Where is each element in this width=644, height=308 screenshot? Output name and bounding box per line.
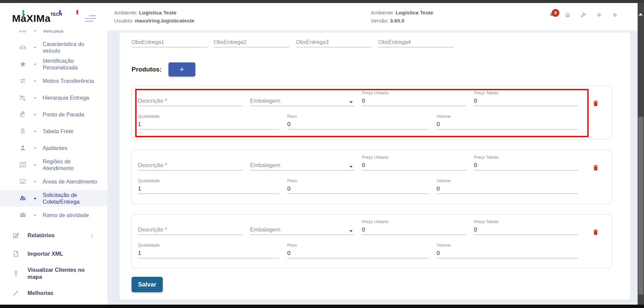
quantidade-input[interactable] (138, 119, 279, 130)
logo-text: MáXIMa (12, 13, 51, 24)
versao-value: 3.65.5 (390, 18, 404, 23)
quantidade-label: Quantidade (138, 178, 279, 184)
versao-label: Versão: (371, 18, 389, 23)
area-frame-icon (19, 177, 27, 186)
home-icon[interactable] (564, 12, 571, 18)
sidebar-item-label: Visualizar Clientes no mapa (28, 266, 97, 280)
map-icon (19, 161, 27, 169)
peso-label: Peso (287, 243, 429, 248)
sidebar-item-label: Relatórios (28, 232, 55, 239)
scrollbar-up-arrow[interactable] (639, 13, 643, 15)
sidebar-item-relatorios[interactable]: Relatórios (0, 226, 107, 245)
ambiente-value: Logística Teste (396, 10, 433, 15)
environment-info-right: Ambiente: Logística Teste Versão: 3.65.5 (371, 9, 433, 25)
preco-unitario-input[interactable] (362, 96, 466, 106)
embalagem-select[interactable]: Embalagem (250, 160, 354, 170)
preco-unitario-input[interactable] (362, 225, 466, 235)
descricao-input[interactable] (138, 225, 242, 235)
obs-entrega-row (132, 37, 612, 47)
form-panel: Produtos: + Embalagem Preço Unitario Pre… (119, 33, 630, 300)
volume-input[interactable] (437, 184, 578, 194)
save-button[interactable]: Salvar (132, 277, 163, 292)
delete-product-button[interactable] (592, 164, 599, 172)
sidebar-item-hierarquia-entrega[interactable]: Hierarquia Entrega (0, 89, 107, 106)
embalagem-placeholder: Embalagem (250, 98, 281, 104)
truck-icon (19, 30, 27, 35)
report-edit-icon (12, 232, 20, 239)
embalagem-placeholder: Embalagem (250, 162, 281, 169)
bottom-chrome-bar (0, 305, 644, 308)
preco-unitario-label: Preço Unitario (362, 155, 466, 160)
bullet-dot (34, 181, 36, 183)
peso-input[interactable] (287, 248, 429, 258)
preco-tabela-input[interactable] (474, 160, 578, 170)
sidebar-item-veiculos[interactable]: Veículos (0, 30, 107, 39)
vertical-scrollbar[interactable] (638, 3, 644, 305)
wrench-icon[interactable] (580, 12, 587, 18)
embalagem-select[interactable]: Embalagem (250, 96, 354, 106)
sidebar-item-label: Regiões de Atendimento (43, 158, 103, 171)
embalagem-placeholder: Embalagem (250, 226, 281, 233)
sidebar-item-areas-de-atendimento[interactable]: Áreas de Atendimento (0, 173, 107, 190)
sidebar-item-label: Solicitação de Coleta/Entrega (43, 192, 103, 205)
svg-text:</>: </> (14, 254, 17, 256)
main-content-area: Produtos: + Embalagem Preço Unitario Pre… (107, 30, 638, 305)
hamburger-menu-icon[interactable] (85, 15, 96, 23)
volume-label: Volume (437, 243, 578, 248)
embalagem-select[interactable]: Embalagem (250, 225, 354, 235)
sidebar-item-ajudantes[interactable]: Ajudantes (0, 140, 107, 156)
produtos-label: Produtos: (132, 66, 162, 73)
scrollbar-thumb[interactable] (638, 117, 643, 295)
delete-product-button[interactable] (592, 228, 599, 236)
sidebar-item-label: Motivo Transferência (43, 78, 94, 84)
app-header: MáXIMaTECH Ambiente: Logística Teste Usu… (0, 3, 638, 30)
preco-unitario-input[interactable] (362, 160, 466, 170)
ambiente-label: Ambiente: (114, 10, 138, 15)
bell-icon[interactable]: 0 (549, 12, 555, 18)
sidebar-item-caracteristica-do-veiculo[interactable]: Caracteristica do veículo (0, 39, 107, 56)
delivery-cart-icon (19, 94, 27, 102)
descricao-input[interactable] (138, 96, 242, 106)
obs-entrega-3-input[interactable] (296, 37, 371, 47)
sidebar-item-label: Caracteristica do veículo (43, 41, 103, 54)
logo-blue-bar (59, 10, 61, 14)
preco-tabela-input[interactable] (474, 225, 578, 235)
top-chrome-bar (0, 0, 644, 3)
volume-input[interactable] (437, 119, 578, 130)
sidebar: Veículos Caracteristica do veículo Ident… (0, 30, 107, 305)
bullet-dot (34, 47, 36, 48)
gear-icon[interactable] (596, 12, 602, 18)
obs-entrega-1-input[interactable] (132, 37, 207, 47)
bullet-dot (34, 63, 36, 65)
product-card: Embalagem Preço Unitario Preço Tabela Qu… (132, 214, 612, 268)
sidebar-item-label: Ajudantes (43, 145, 67, 151)
sidebar-item-importar-xml[interactable]: </> Importar XML (0, 245, 107, 263)
descricao-input[interactable] (138, 160, 242, 170)
sidebar-item-visualizar-clientes-no-mapa[interactable]: Visualizar Clientes no mapa (0, 263, 107, 284)
sidebar-item-tabela-frete[interactable]: $ Tabela Frete (0, 123, 107, 140)
peso-input[interactable] (287, 119, 429, 130)
preco-tabela-input[interactable] (474, 96, 578, 106)
usuario-value: maxstring.logisticateste (135, 18, 194, 23)
sidebar-item-motivo-transferencia[interactable]: Motivo Transferência (0, 72, 107, 89)
xml-file-icon: </> (12, 250, 20, 258)
sidebar-item-solicitacao-de-coleta-entrega[interactable]: Solicitação de Coleta/Entrega (0, 190, 107, 207)
sidebar-item-identificacao-personalizada[interactable]: Identificação Personalizada (0, 56, 107, 72)
obs-entrega-2-input[interactable] (214, 37, 289, 47)
sidebar-item-ponto-de-parada[interactable]: Ponto de Parada (0, 106, 107, 123)
volume-input[interactable] (437, 248, 578, 258)
quantidade-input[interactable] (138, 184, 279, 194)
quantidade-input[interactable] (138, 248, 279, 258)
sidebar-item-melhorias[interactable]: Melhorias (0, 284, 107, 302)
obs-entrega-4-input[interactable] (378, 37, 454, 47)
add-product-button[interactable]: + (168, 62, 195, 76)
peso-input[interactable] (287, 184, 429, 194)
logo-green-bar (22, 10, 24, 14)
volume-label: Volume (437, 178, 578, 184)
delete-product-button[interactable] (592, 99, 599, 107)
peso-label: Peso (287, 114, 429, 119)
sidebar-item-regioes-de-atendimento[interactable]: Regiões de Atendimento (0, 156, 107, 173)
n-icon[interactable] (612, 12, 618, 18)
sidebar-item-ramo-de-atividade[interactable]: Ramo de atividade (0, 207, 107, 223)
money-icon: $ (19, 127, 27, 135)
